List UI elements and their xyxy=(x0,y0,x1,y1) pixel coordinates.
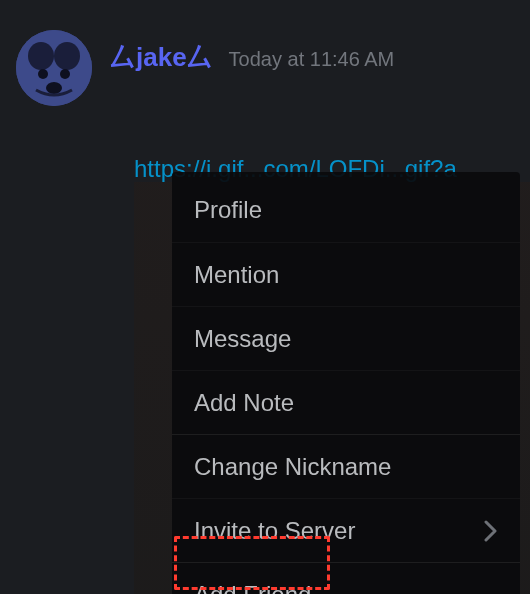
menu-item-label: Add Friend xyxy=(194,581,311,595)
menu-item-add-note[interactable]: Add Note xyxy=(172,370,520,434)
username[interactable]: 厶jake厶 xyxy=(110,40,213,75)
message-row: 厶jake厶 Today at 11:46 AM xyxy=(0,0,530,106)
menu-item-label: Profile xyxy=(194,196,262,224)
message-header: 厶jake厶 Today at 11:46 AM xyxy=(110,30,394,106)
user-context-menu: Profile Mention Message Add Note Change … xyxy=(172,172,520,594)
avatar[interactable] xyxy=(16,30,92,106)
menu-item-label: Invite to Server xyxy=(194,517,355,545)
svg-point-2 xyxy=(54,42,80,70)
menu-item-invite-to-server[interactable]: Invite to Server xyxy=(172,498,520,562)
menu-item-label: Mention xyxy=(194,261,279,289)
avatar-face-icon xyxy=(16,30,92,106)
svg-point-3 xyxy=(38,69,48,79)
menu-item-label: Change Nickname xyxy=(194,453,391,481)
menu-item-message[interactable]: Message xyxy=(172,306,520,370)
menu-item-mention[interactable]: Mention xyxy=(172,242,520,306)
svg-point-4 xyxy=(60,69,70,79)
timestamp: Today at 11:46 AM xyxy=(229,48,395,71)
menu-item-label: Add Note xyxy=(194,389,294,417)
svg-point-5 xyxy=(46,82,62,94)
svg-point-1 xyxy=(28,42,54,70)
menu-item-profile[interactable]: Profile xyxy=(172,178,520,242)
menu-item-add-friend[interactable]: Add Friend xyxy=(172,562,520,594)
menu-item-label: Message xyxy=(194,325,291,353)
chevron-right-icon xyxy=(484,520,498,542)
menu-item-change-nickname[interactable]: Change Nickname xyxy=(172,434,520,498)
